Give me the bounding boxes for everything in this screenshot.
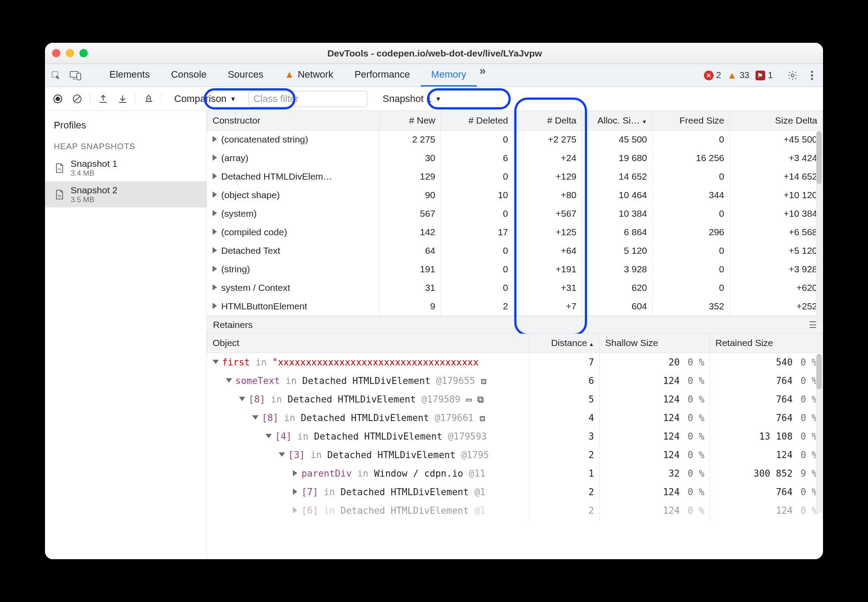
retainer-row[interactable]: [7] in Detached HTMLDivElement @1 2 1240…	[207, 483, 823, 501]
record-button-icon[interactable]	[51, 92, 64, 105]
expand-icon[interactable]	[213, 173, 217, 179]
col-object[interactable]: Object	[207, 334, 529, 353]
expand-icon[interactable]	[226, 378, 232, 383]
col-freed-size[interactable]: Freed Size	[653, 111, 730, 130]
col-distance[interactable]: Distance▲	[529, 334, 600, 353]
alloc-cell: 14 652	[582, 167, 653, 186]
expand-icon[interactable]	[293, 507, 297, 513]
col-constructor[interactable]: Constructor	[207, 111, 379, 130]
sidebar-snapshot-item[interactable]: % Snapshot 1 3.4 MB	[45, 155, 206, 181]
expand-icon[interactable]	[213, 303, 217, 309]
load-profile-icon[interactable]	[97, 92, 110, 105]
expand-icon[interactable]	[213, 247, 217, 253]
tab-elements[interactable]: Elements	[99, 64, 161, 87]
new-cell: 129	[379, 167, 441, 186]
object-cell: [4] in Detached HTMLDivElement @179593	[207, 427, 529, 446]
expand-icon[interactable]	[213, 210, 217, 216]
expand-icon[interactable]	[213, 154, 217, 161]
inspect-element-icon[interactable]	[49, 69, 63, 82]
kebab-menu-icon[interactable]	[805, 69, 819, 82]
snapshot-file-icon: %	[54, 189, 65, 200]
retainers-menu-icon[interactable]: ☰	[809, 320, 817, 330]
clear-button-icon[interactable]	[71, 92, 84, 105]
col-size-delta[interactable]: Size Delta	[730, 111, 823, 130]
col-shallow-size[interactable]: Shallow Size	[600, 334, 710, 353]
table-row[interactable]: Detached Text 64 0 +64 5 120 0 +5 120	[207, 241, 823, 260]
retainer-row[interactable]: [8] in Detached HTMLDivElement @179589 ▭…	[207, 390, 823, 409]
col-new[interactable]: # New	[379, 111, 441, 130]
expand-icon[interactable]	[213, 229, 217, 235]
distance-cell: 6	[529, 372, 600, 390]
garbage-collect-icon[interactable]	[142, 92, 155, 105]
retained-cell: 7640 %	[710, 372, 823, 390]
expand-icon[interactable]	[213, 266, 217, 272]
expand-icon[interactable]	[213, 284, 217, 290]
constructor-cell: HTMLButtonElement	[207, 297, 379, 316]
retainer-row[interactable]: parentDiv in Window / cdpn.io @11 1 320 …	[207, 464, 823, 483]
tab-memory[interactable]: Memory	[421, 64, 477, 87]
col-deleted[interactable]: # Deleted	[441, 111, 514, 130]
expand-icon[interactable]	[213, 136, 217, 142]
col-retained-size[interactable]: Retained Size	[710, 334, 823, 353]
retainer-row[interactable]: [6] in Detached HTMLDivElement @1 2 1240…	[207, 501, 823, 520]
constructor-cell: (compiled code)	[207, 223, 379, 241]
retainers-scrollbar[interactable]	[816, 354, 822, 513]
view-mode-dropdown[interactable]: Comparison ▼	[168, 91, 242, 106]
comparison-table: Constructor # New # Deleted # Delta Allo…	[207, 111, 823, 316]
tab-network[interactable]: ▲ Network	[274, 64, 344, 87]
new-cell: 2 275	[379, 130, 441, 149]
expand-icon[interactable]	[239, 397, 245, 401]
expand-icon[interactable]	[293, 489, 297, 495]
table-row[interactable]: HTMLButtonElement 9 2 +7 604 352 +252	[207, 297, 823, 316]
table-row[interactable]: (object shape) 90 10 +80 10 464 344 +10 …	[207, 186, 823, 204]
svg-point-5	[811, 74, 813, 76]
table-row[interactable]: (system) 567 0 +567 10 384 0 +10 384	[207, 204, 823, 223]
memory-body: Profiles HEAP SNAPSHOTS % Snapshot 1 3.4…	[45, 111, 823, 559]
device-toolbar-icon[interactable]	[69, 69, 82, 82]
snapshot-file-icon: %	[54, 163, 65, 173]
tab-sources[interactable]: Sources	[217, 64, 274, 87]
issue-counter[interactable]: ⚑ 1	[756, 70, 773, 80]
table-row[interactable]: (compiled code) 142 17 +125 6 864 296 +6…	[207, 223, 823, 241]
table-row[interactable]: (string) 191 0 +191 3 928 0 +3 928	[207, 260, 823, 278]
save-profile-icon[interactable]	[116, 92, 129, 105]
error-counter[interactable]: ✕ 2	[704, 70, 721, 80]
expand-icon[interactable]	[213, 360, 219, 364]
deleted-cell: 2	[441, 297, 514, 316]
shallow-cell: 200 %	[600, 353, 710, 372]
retainer-row[interactable]: [8] in Detached HTMLDivElement @179661 ⧈…	[207, 409, 823, 427]
minimize-window-button[interactable]	[66, 49, 74, 57]
delta-cell: +129	[514, 167, 582, 186]
expand-icon[interactable]	[213, 192, 217, 198]
svg-text:%: %	[58, 167, 61, 172]
retainer-row[interactable]: [4] in Detached HTMLDivElement @179593 3…	[207, 427, 823, 446]
class-filter-input[interactable]: Class filter	[248, 91, 367, 107]
table-row[interactable]: Detached HTMLDivElem… 129 0 +129 14 652 …	[207, 167, 823, 186]
expand-icon[interactable]	[266, 434, 272, 438]
svg-point-8	[56, 97, 60, 101]
retainer-row[interactable]: [3] in Detached HTMLDivElement @1795 2 1…	[207, 446, 823, 464]
baseline-snapshot-dropdown[interactable]: Snapshot 1 ▼	[376, 91, 447, 106]
col-alloc-size[interactable]: Alloc. Si…▼	[582, 111, 653, 130]
retained-cell: 300 8529 %	[710, 464, 823, 483]
close-window-button[interactable]	[52, 49, 60, 57]
retainer-row[interactable]: someText in Detached HTMLDivElement @179…	[207, 372, 823, 390]
expand-icon[interactable]	[252, 415, 258, 420]
sidebar-snapshot-item[interactable]: % Snapshot 2 3.5 MB	[45, 181, 206, 208]
tab-console[interactable]: Console	[161, 64, 217, 87]
size-delta-cell: +45 500	[730, 130, 823, 149]
zoom-window-button[interactable]	[79, 49, 88, 57]
settings-gear-icon[interactable]	[786, 69, 799, 82]
tab-performance[interactable]: Performance	[344, 64, 421, 87]
col-delta[interactable]: # Delta	[514, 111, 582, 130]
table-row[interactable]: (array) 30 6 +24 19 680 16 256 +3 424	[207, 149, 823, 167]
retainer-row[interactable]: first in "xxxxxxxxxxxxxxxxxxxxxxxxxxxxxx…	[207, 353, 823, 372]
table-row[interactable]: (concatenated string) 2 275 0 +2 275 45 …	[207, 130, 823, 149]
warning-counter[interactable]: ▲ 33	[727, 70, 749, 81]
expand-icon[interactable]	[279, 452, 285, 457]
svg-point-4	[811, 71, 813, 73]
expand-icon[interactable]	[293, 470, 297, 476]
tabs-overflow-icon[interactable]: »	[477, 64, 488, 87]
table-row[interactable]: system / Context 31 0 +31 620 0 +620	[207, 278, 823, 297]
table-scrollbar[interactable]	[816, 131, 822, 323]
